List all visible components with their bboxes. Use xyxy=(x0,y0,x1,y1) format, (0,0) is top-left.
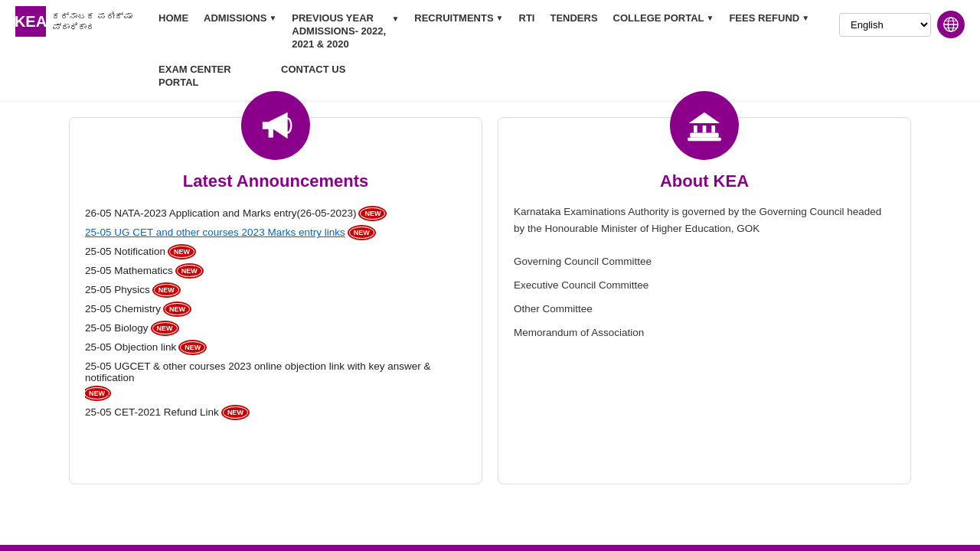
nav-home[interactable]: HOME xyxy=(151,6,196,30)
about-link-item[interactable]: Memorandum of Association xyxy=(514,321,895,344)
about-link-item[interactable]: Other Committee xyxy=(514,297,895,321)
about-title: About KEA xyxy=(514,171,895,191)
announcement-item: 25-05 Objection linknew xyxy=(85,337,463,357)
about-link-item[interactable]: Governing Council Committee xyxy=(514,249,895,273)
nav-admissions[interactable]: ADMISSIONS ▼ xyxy=(196,6,284,30)
recruit-arrow: ▼ xyxy=(496,14,504,22)
announcement-link[interactable]: 25-05 UG CET and other courses 2023 Mark… xyxy=(85,227,345,238)
announcement-text: 26-05 NATA-2023 Application and Marks en… xyxy=(85,207,356,219)
nav-previous-year[interactable]: PREVIOUS YEAR ADMISSIONS- 2022, 2021 & 2… xyxy=(284,6,407,57)
nav-items: HOME ADMISSIONS ▼ PREVIOUS YEAR ADMISSIO… xyxy=(151,6,836,95)
nav-contact[interactable]: CONTACT US xyxy=(273,57,353,81)
announcement-item[interactable]: 25-05 UG CET and other courses 2023 Mark… xyxy=(85,223,463,242)
announcement-item: 25-05 Notificationnew xyxy=(85,242,463,261)
announcement-item: 25-05 Biologynew xyxy=(85,318,463,337)
announcement-item: 26-05 NATA-2023 Application and Marks en… xyxy=(85,204,463,223)
bottom-bar xyxy=(0,545,980,551)
new-badge: new xyxy=(153,323,177,334)
announcements-title: Latest Announcements xyxy=(85,171,466,191)
announcement-text: 25-05 Chemistry xyxy=(85,303,161,315)
nav-exam-center[interactable]: EXAM CENTER PORTAL xyxy=(151,57,273,96)
announcement-text: 25-05 CET-2021 Refund Link xyxy=(85,406,219,418)
new-badge: new xyxy=(85,388,109,399)
announcement-item: 25-05 Chemistrynew xyxy=(85,299,463,318)
announcement-item: 25-05 CET-2021 Refund Linknew xyxy=(85,403,463,422)
new-badge: new xyxy=(155,285,178,295)
nav-tenders[interactable]: TENDERS xyxy=(542,6,605,30)
fees-arrow: ▼ xyxy=(802,14,809,22)
svg-rect-9 xyxy=(694,126,697,132)
new-badge: new xyxy=(224,407,247,418)
navbar: KEA ಕರ್ನಾಟಕ ಪರೀಕ್ಷಾ ಪ್ರಾಧಿಕಾರ HOME ADMIS… xyxy=(0,0,980,102)
new-badge: new xyxy=(165,304,189,315)
announcement-item: 25-05 Mathematicsnew xyxy=(85,261,463,280)
announcements-icon xyxy=(241,91,310,160)
nav-fees-refund[interactable]: FEES REFUND ▼ xyxy=(721,6,817,30)
announcements-card: Latest Announcements 26-05 NATA-2023 App… xyxy=(69,117,482,484)
about-icon xyxy=(670,91,739,160)
prev-year-arrow: ▼ xyxy=(391,14,399,24)
svg-rect-6 xyxy=(690,133,719,138)
college-arrow: ▼ xyxy=(707,14,714,22)
nav-right: English Kannada xyxy=(839,6,965,38)
new-badge: new xyxy=(181,342,204,353)
new-badge: new xyxy=(361,208,384,219)
logo-kannada-text: ಕರ್ನಾಟಕ ಪರೀಕ್ಷಾ ಪ್ರಾಧಿಕಾರ xyxy=(52,11,132,33)
logo-area: KEA ಕರ್ನಾಟಕ ಪರೀಕ್ಷಾ ಪ್ರಾಧಿಕಾರ xyxy=(15,6,132,37)
announcement-text: 25-05 UGCET & other courses 2023 online … xyxy=(85,360,463,383)
language-selector[interactable]: English Kannada xyxy=(839,13,931,37)
announcements-list[interactable]: 26-05 NATA-2023 Application and Marks en… xyxy=(85,204,466,425)
svg-rect-11 xyxy=(711,126,715,132)
globe-icon xyxy=(937,11,965,38)
announcement-text: 25-05 Mathematics xyxy=(85,265,173,276)
announcement-item: 25-05 Physicsnew xyxy=(85,280,463,299)
main-content: Latest Announcements 26-05 NATA-2023 App… xyxy=(0,102,980,500)
logo-box: KEA ಕರ್ನಾಟಕ ಪರೀಕ್ಷಾ ಪ್ರಾಧಿಕಾರ xyxy=(15,6,132,37)
about-card: About KEA Karnataka Examinations Authori… xyxy=(498,117,911,484)
nav-rti[interactable]: RTI xyxy=(511,6,543,30)
announcement-text: 25-05 Biology xyxy=(85,322,149,334)
announcement-text: 25-05 Notification xyxy=(85,246,165,257)
new-badge: new xyxy=(350,227,374,238)
logo-icon: KEA xyxy=(15,6,46,37)
svg-rect-10 xyxy=(703,126,707,132)
admissions-arrow: ▼ xyxy=(269,14,276,22)
announcement-item: 25-05 UGCET & other courses 2023 online … xyxy=(85,357,463,403)
svg-rect-7 xyxy=(688,138,721,142)
new-badge: new xyxy=(170,246,194,257)
about-links: Governing Council CommitteeExecutive Cou… xyxy=(514,249,895,344)
svg-marker-8 xyxy=(689,112,720,123)
announcement-text: 25-05 Objection link xyxy=(85,341,176,353)
nav-recruitments[interactable]: RECRUITMENTS ▼ xyxy=(407,6,511,30)
nav-college-portal[interactable]: COLLEGE PORTAL ▼ xyxy=(606,6,722,30)
announcement-text: 25-05 Physics xyxy=(85,284,150,295)
about-description: Karnataka Examinations Authority is gove… xyxy=(514,204,895,236)
new-badge: new xyxy=(178,266,201,276)
about-link-item[interactable]: Executive Council Committee xyxy=(514,273,895,297)
